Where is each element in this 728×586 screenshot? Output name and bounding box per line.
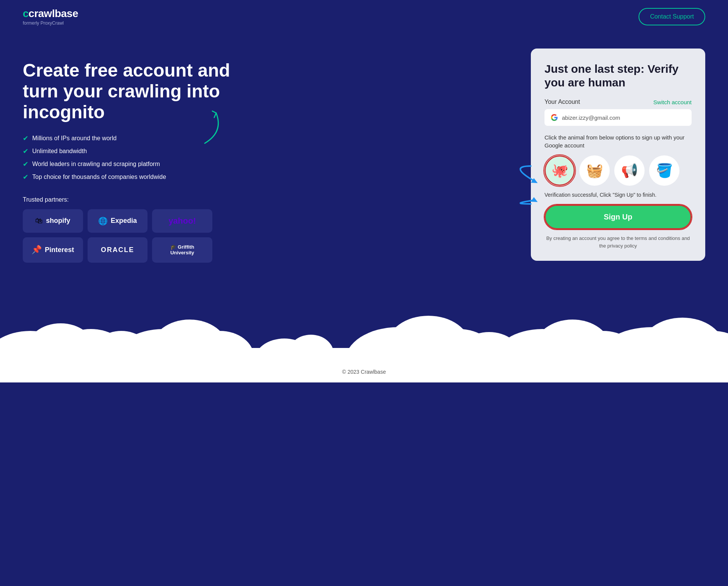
footer-copyright: © 2023 Crawlbase	[342, 369, 386, 375]
main-content: Create free account and turn your crawli…	[0, 33, 728, 263]
list-item: ✔ Top choice for thousands of companies …	[23, 173, 235, 181]
clouds-decoration	[0, 278, 728, 361]
instruction-text: Click the animal from below options to s…	[544, 133, 692, 149]
switch-account-link[interactable]: Switch account	[653, 99, 692, 105]
logo-rawlbase: crawlbase	[28, 8, 78, 19]
partners-grid: 🛍 shopify 🌐 Expedia yahoo! 📌	[23, 209, 212, 263]
svg-marker-1	[531, 197, 538, 202]
partner-name: Pinterest	[45, 246, 74, 254]
google-icon	[551, 114, 558, 121]
expedia-icon: 🌐	[98, 216, 108, 226]
curvy-arrow-decoration	[201, 109, 231, 149]
animals-row: 🐙 🧺 📢 🪣	[544, 155, 692, 186]
verification-success-text: Verification successful, Click "Sign Up"…	[544, 192, 692, 198]
partner-name: ORACLE	[101, 246, 134, 254]
feature-text: Top choice for thousands of companies wo…	[32, 174, 166, 180]
feature-text: World leaders in crawling and scraping p…	[32, 161, 160, 168]
logo-subtitle: formerly ProxyCrawl	[23, 20, 78, 26]
shopify-icon: 🛍	[35, 216, 43, 225]
partner-shopify: 🛍 shopify	[23, 209, 83, 233]
card-title: Just one last step: Verify you are human	[544, 62, 692, 89]
email-text: abizer.izzy@gmail.com	[562, 114, 620, 121]
check-icon: ✔	[23, 173, 28, 181]
list-item: ✔ World leaders in crawling and scraping…	[23, 160, 235, 168]
partner-name: yahoo!	[169, 216, 196, 226]
animal-option-bucket[interactable]: 🪣	[649, 155, 679, 186]
terms-text: By creating an account you agree to the …	[544, 235, 692, 249]
check-icon: ✔	[23, 134, 28, 143]
email-row: abizer.izzy@gmail.com	[544, 109, 692, 126]
feature-text: Unlimited bandwidth	[32, 148, 87, 155]
partner-yahoo: yahoo!	[152, 209, 212, 233]
signup-button[interactable]: Sign Up	[544, 205, 692, 229]
logo-c-char: c	[23, 8, 28, 19]
animal-option-basket[interactable]: 🧺	[579, 155, 610, 186]
partner-oracle: ORACLE	[88, 237, 148, 263]
check-icon: ✔	[23, 160, 28, 168]
blue-arrows	[493, 143, 538, 221]
partner-name: shopify	[46, 217, 70, 225]
footer: © 2023 Crawlbase	[0, 361, 728, 382]
pinterest-icon: 📌	[31, 245, 42, 255]
check-icon: ✔	[23, 147, 28, 155]
svg-rect-27	[0, 348, 728, 361]
partner-name: 🎓 Griffith University	[160, 244, 205, 256]
account-row: Your Account Switch account	[544, 99, 692, 105]
animal-option-octopus[interactable]: 🐙	[544, 155, 575, 186]
verify-card: Just one last step: Verify you are human…	[531, 49, 705, 261]
animal-option-megaphone[interactable]: 📢	[614, 155, 645, 186]
logo: ccrawlbase formerly ProxyCrawl	[23, 8, 78, 26]
left-panel: Create free account and turn your crawli…	[23, 49, 235, 263]
right-panel: Just one last step: Verify you are human…	[531, 49, 705, 261]
account-label: Your Account	[544, 99, 580, 105]
partner-expedia: 🌐 Expedia	[88, 209, 148, 233]
header: ccrawlbase formerly ProxyCrawl Contact S…	[0, 0, 728, 33]
contact-support-button[interactable]: Contact Support	[639, 8, 705, 25]
trusted-label: Trusted partners:	[23, 196, 235, 203]
logo-text: ccrawlbase	[23, 8, 78, 20]
partner-name: Expedia	[111, 217, 137, 225]
feature-text: Millions of IPs around the world	[32, 135, 116, 142]
partner-griffith: 🎓 Griffith University	[152, 237, 212, 263]
partner-pinterest: 📌 Pinterest	[23, 237, 83, 263]
